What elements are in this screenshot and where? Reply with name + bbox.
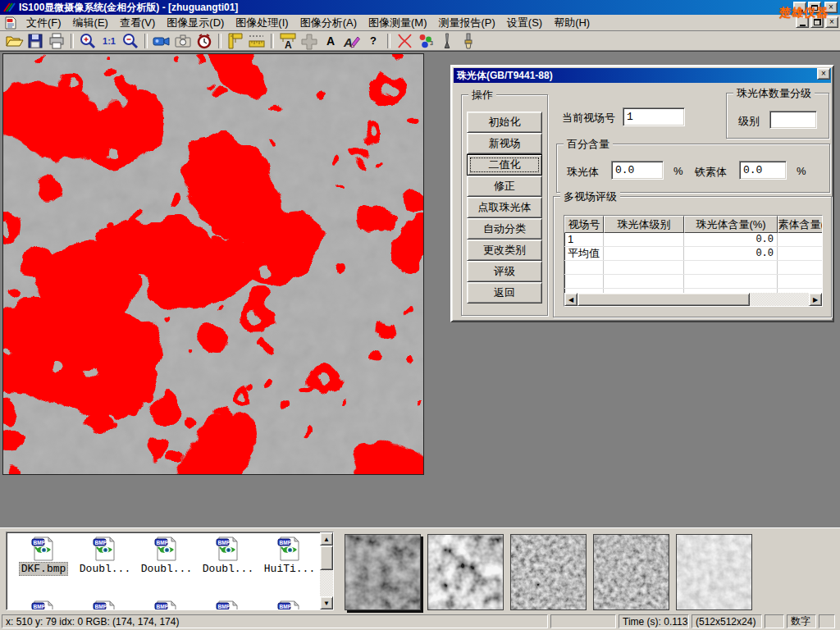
- menu-view[interactable]: 查看(V): [114, 14, 161, 32]
- multifield-group-label: 多视场评级: [560, 189, 620, 204]
- file-item[interactable]: BMP: [261, 600, 318, 610]
- modify-button[interactable]: 修正: [467, 176, 542, 197]
- menu-measure-report[interactable]: 测量报告(P): [432, 14, 500, 32]
- new-field-button[interactable]: 新视场: [467, 133, 542, 154]
- child-close-button[interactable]: ×: [825, 16, 838, 28]
- ferrite-percent-input[interactable]: [739, 161, 787, 180]
- file-item[interactable]: BMP: [138, 600, 195, 610]
- timer-clock-icon[interactable]: [194, 32, 215, 50]
- menu-image-analysis[interactable]: 图像分析(A): [294, 14, 363, 32]
- file-item[interactable]: BMPHuiTi...: [261, 536, 318, 575]
- status-size: (512x512x24): [692, 614, 762, 628]
- table-horizontal-scrollbar[interactable]: ◀ ▶: [564, 293, 822, 306]
- file-item[interactable]: BMPDoubl...: [199, 536, 257, 575]
- svg-text:BMP: BMP: [218, 540, 231, 546]
- scroll-left-button[interactable]: ◀: [564, 293, 578, 306]
- thumbnail-image[interactable]: [593, 534, 669, 610]
- table-row[interactable]: 10.0: [564, 233, 822, 247]
- menu-settings[interactable]: 设置(S): [501, 14, 548, 32]
- file-vertical-scrollbar[interactable]: ▲ ▼: [320, 532, 333, 609]
- measure-label-icon[interactable]: A: [277, 32, 299, 50]
- menu-file[interactable]: 文件(F): [21, 14, 67, 32]
- window-title: IS100显微摄像系统(金相分析版) - [zhuguangti01]: [19, 1, 238, 15]
- camera-icon[interactable]: [172, 32, 194, 50]
- child-restore-button[interactable]: [810, 16, 824, 28]
- save-icon[interactable]: [25, 32, 46, 50]
- zoom-in-icon[interactable]: [77, 32, 98, 50]
- pearlite-dialog: 珠光体(GB/T9441-88) × 操作 初始化新视场二值化修正点取珠光体自动…: [450, 65, 834, 322]
- scroll-down-button[interactable]: ▼: [320, 596, 333, 609]
- thumbnail-image[interactable]: [676, 534, 752, 610]
- child-minimize-button[interactable]: [796, 16, 809, 28]
- file-item[interactable]: BMPDoubl...: [138, 536, 195, 575]
- thumbnail-image[interactable]: [510, 534, 587, 610]
- auto-classify-button[interactable]: 自动分类: [467, 218, 542, 240]
- percent-group: 百分含量 珠光体 % 铁素体 %: [556, 144, 830, 193]
- caliper-icon[interactable]: [225, 32, 246, 50]
- operation-group-label: 操作: [468, 88, 496, 103]
- svg-text:3: 3: [430, 40, 433, 46]
- maximize-button[interactable]: [808, 2, 821, 13]
- text-icon[interactable]: A: [320, 32, 341, 50]
- file-item[interactable]: BMPDKF.bmp: [15, 536, 72, 576]
- video-camera-icon[interactable]: [151, 32, 172, 50]
- dialog-title: 珠光体(GB/T9441-88): [457, 69, 553, 83]
- menu-help[interactable]: 帮助(H): [548, 14, 596, 32]
- annotate-icon[interactable]: A: [341, 32, 363, 50]
- current-field-input[interactable]: [623, 107, 685, 126]
- table-header-3: 铁素体含量(%): [778, 216, 823, 233]
- binarize-button[interactable]: 二值化: [467, 154, 542, 176]
- pen-icon[interactable]: [436, 32, 458, 50]
- svg-text:BMP: BMP: [157, 604, 169, 609]
- file-name: Doubl...: [139, 563, 194, 575]
- metallographic-image[interactable]: [2, 53, 424, 475]
- actual-size-icon[interactable]: 1:1: [98, 32, 120, 50]
- grade-label: 级别: [738, 114, 760, 129]
- ferrite-label: 铁素体: [695, 165, 727, 180]
- app-logo-icon: [2, 2, 16, 13]
- table-row[interactable]: [564, 275, 822, 289]
- table-row[interactable]: 平均值0.0: [564, 247, 822, 261]
- menu-edit[interactable]: 编辑(E): [67, 14, 114, 32]
- merge-icon[interactable]: [299, 32, 320, 50]
- scrollbar-thumb[interactable]: [578, 293, 750, 306]
- scroll-right-button[interactable]: ▶: [809, 293, 822, 306]
- help-icon[interactable]: ?: [363, 32, 384, 50]
- menu-image-display[interactable]: 图像显示(D): [161, 14, 230, 32]
- particle-count-icon[interactable]: 3: [415, 32, 436, 50]
- thumbnail-image[interactable]: [427, 534, 504, 610]
- file-item[interactable]: BMP: [199, 600, 257, 610]
- file-browser[interactable]: BMPDKF.bmpBMPDoubl...BMPDoubl...BMPDoubl…: [6, 532, 334, 610]
- status-bar: x: 510 y: 79 idx: 0 RGB: (174, 174, 174)…: [0, 613, 840, 630]
- table-header-0: 视场号: [564, 216, 604, 233]
- file-item[interactable]: BMPDoubl...: [76, 536, 134, 575]
- scrollbar-track[interactable]: [750, 293, 809, 306]
- ruler-icon[interactable]: [246, 32, 267, 50]
- zoom-out-icon[interactable]: [120, 32, 141, 50]
- dialog-close-button[interactable]: ×: [817, 68, 830, 80]
- table-row[interactable]: [564, 261, 822, 275]
- change-class-button[interactable]: 更改类别: [467, 240, 542, 261]
- close-button[interactable]: ×: [824, 2, 838, 13]
- grade-input[interactable]: [769, 111, 817, 129]
- document-icon[interactable]: [4, 16, 17, 30]
- brush-icon[interactable]: [458, 32, 479, 50]
- pearlite-percent-input[interactable]: [611, 161, 664, 180]
- file-scrollbar-thumb[interactable]: [320, 546, 333, 570]
- pick-pearlite-button[interactable]: 点取珠光体: [467, 197, 542, 218]
- open-icon[interactable]: [3, 32, 25, 50]
- file-item[interactable]: BMP: [15, 600, 72, 610]
- rate-button[interactable]: 评级: [467, 261, 542, 282]
- file-item[interactable]: BMP: [76, 600, 134, 610]
- thumbnail-image[interactable]: [345, 534, 421, 610]
- multifield-group: 多视场评级 视场号珠光体级别珠光体含量(%)铁素体含量(%) 10.0平均值0.…: [553, 196, 832, 317]
- menu-image-process[interactable]: 图像处理(I): [230, 14, 294, 32]
- minimize-button[interactable]: [793, 2, 806, 13]
- grade-group-label: 珠光体数量分级: [733, 86, 815, 101]
- initialize-button[interactable]: 初始化: [467, 112, 542, 133]
- curve-split-icon[interactable]: [394, 32, 415, 50]
- menu-image-measure[interactable]: 图像测量(M): [363, 14, 433, 32]
- scroll-up-button[interactable]: ▲: [320, 532, 333, 546]
- return-button[interactable]: 返回: [467, 282, 542, 304]
- print-icon[interactable]: [46, 32, 67, 50]
